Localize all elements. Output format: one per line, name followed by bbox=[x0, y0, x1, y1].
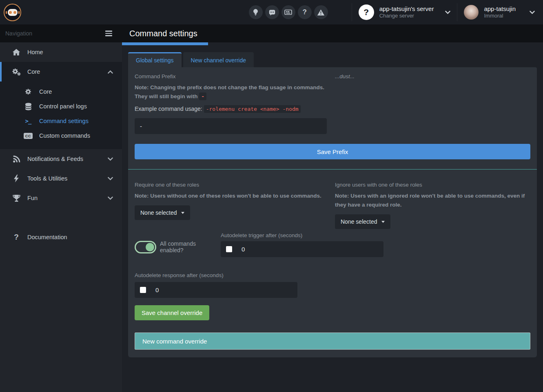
tab-global-settings[interactable]: Global settings bbox=[128, 52, 182, 67]
tab-new-channel-override[interactable]: New channel override bbox=[183, 52, 254, 67]
tab-bar: Global settings New channel override bbox=[128, 52, 537, 67]
chevron-down-icon bbox=[445, 11, 450, 14]
content-area: Global settings New channel override Com… bbox=[122, 42, 543, 392]
discord-icon[interactable] bbox=[265, 5, 279, 19]
all-commands-toggle[interactable] bbox=[135, 241, 156, 253]
autodelete-response-checkbox[interactable] bbox=[140, 287, 146, 293]
topbar-icon-group: ? bbox=[249, 5, 328, 19]
prefix-note-line2: They will still begin with - bbox=[135, 92, 327, 101]
chevron-down-icon bbox=[108, 196, 113, 200]
sidebar-item-command-settings[interactable]: >_ Command settings bbox=[0, 114, 122, 128]
sidebar-item-fun[interactable]: Fun bbox=[0, 188, 122, 208]
page-title: Command settings bbox=[129, 29, 197, 38]
autodelete-response-value: 0 bbox=[155, 286, 159, 293]
rss-icon bbox=[11, 155, 21, 163]
bot-logo[interactable] bbox=[4, 4, 21, 21]
chevron-down-icon bbox=[108, 177, 113, 181]
autodelete-response-label: Autodelete response after (seconds) bbox=[135, 272, 530, 278]
prefix-input[interactable] bbox=[135, 118, 327, 134]
bolt-icon bbox=[11, 174, 21, 183]
gears-icon bbox=[11, 67, 21, 76]
ignore-roles-note: Note: Users with an ignored role won't b… bbox=[335, 192, 530, 209]
autodelete-trigger-label: Autodelete trigger after (seconds) bbox=[221, 232, 383, 238]
help-icon[interactable]: ? bbox=[298, 5, 312, 19]
caret-down-icon bbox=[381, 221, 385, 223]
require-roles-label: Require one of these roles bbox=[135, 182, 327, 188]
robot-face-icon bbox=[8, 9, 18, 16]
sidebar-item-notifications-feeds[interactable]: Notifications & Feeds bbox=[0, 149, 122, 169]
home-icon bbox=[11, 48, 21, 56]
sidebar-item-documentation[interactable]: ? Documentation bbox=[0, 227, 122, 247]
change-server-label: Change server bbox=[379, 13, 434, 19]
active-section-indicator bbox=[122, 42, 208, 45]
sidebar: Home bbox=[0, 42, 122, 392]
server-icon: ? bbox=[359, 4, 374, 20]
user-menu[interactable]: app-tatsujin Immoral bbox=[457, 0, 543, 24]
chevron-up-icon bbox=[108, 70, 113, 74]
autodelete-trigger-field[interactable]: 0 bbox=[221, 241, 383, 257]
caret-down-icon bbox=[181, 212, 184, 214]
sidebar-item-core-settings[interactable]: Core bbox=[0, 84, 122, 99]
gear-icon bbox=[23, 88, 33, 96]
user-name: app-tatsujin bbox=[484, 5, 516, 13]
autodelete-trigger-value: 0 bbox=[242, 246, 245, 253]
prefix-code-chip: - bbox=[199, 92, 206, 100]
question-icon: ? bbox=[11, 233, 21, 242]
terminal-icon: >_ bbox=[23, 118, 33, 124]
sidebar-item-control-panel-logs[interactable]: Control panel logs bbox=[0, 99, 122, 114]
lightbulb-icon[interactable] bbox=[249, 5, 263, 19]
autodelete-response-field[interactable]: 0 bbox=[135, 282, 297, 298]
section-divider bbox=[128, 169, 537, 170]
sidebar-item-tools-utilities[interactable]: Tools & Utilities bbox=[0, 169, 122, 188]
example-code-chip: -rolemenu create <name> -nodm bbox=[204, 105, 301, 113]
keyboard-icon[interactable] bbox=[281, 5, 295, 19]
sidebar-item-home[interactable]: Home bbox=[0, 42, 122, 62]
sidebar-item-core[interactable]: Core bbox=[0, 62, 122, 81]
trophy-icon bbox=[11, 194, 21, 202]
autodelete-trigger-checkbox[interactable] bbox=[226, 246, 232, 252]
new-command-override-button[interactable]: New command override bbox=[135, 333, 530, 350]
all-commands-label: All commands enabled? bbox=[160, 240, 221, 253]
warning-icon[interactable] bbox=[314, 5, 328, 19]
require-roles-note: Note: Users without one of these roles w… bbox=[135, 192, 327, 200]
require-roles-dropdown[interactable]: None selected bbox=[135, 205, 190, 220]
sidebar-group-core: Core bbox=[0, 62, 122, 149]
navigation-label: Navigation bbox=[5, 30, 32, 37]
database-icon bbox=[23, 103, 33, 110]
chevron-down-icon bbox=[530, 11, 535, 14]
command-prefix-label: Command Prefix bbox=[135, 73, 327, 79]
command-settings-panel: Command Prefix Note: Changing the prefix… bbox=[128, 67, 537, 357]
example-usage: Example command usage: -rolemenu create … bbox=[135, 106, 327, 112]
server-name: app-tatsujin's server bbox=[379, 5, 434, 13]
sidebar-item-custom-commands[interactable]: CC Custom commands bbox=[0, 128, 122, 143]
cc-badge-icon: CC bbox=[23, 133, 33, 139]
prefix-note-line1: Note: Changing the prefix does not chang… bbox=[135, 83, 327, 92]
toggle-knob bbox=[146, 243, 154, 251]
server-selector[interactable]: ? app-tatsujin's server Change server bbox=[352, 0, 457, 24]
core-submenu: Core Control panel logs >_ Command setti… bbox=[0, 81, 122, 149]
save-channel-override-button[interactable]: Save channel override bbox=[135, 305, 209, 320]
chevron-down-icon bbox=[108, 157, 113, 161]
top-navbar: ? ? app-tatsujin's server Change server … bbox=[0, 0, 543, 24]
secondary-header: Navigation Command settings bbox=[0, 24, 543, 42]
save-prefix-button[interactable]: Save Prefix bbox=[135, 144, 530, 159]
ignore-roles-label: Ignore users with one of these roles bbox=[335, 182, 530, 188]
hamburger-menu-icon[interactable] bbox=[105, 31, 112, 36]
current-prefix-hint: ...dust... bbox=[335, 73, 530, 79]
ignore-roles-dropdown[interactable]: None selected bbox=[335, 214, 390, 229]
user-avatar bbox=[464, 5, 479, 20]
user-subtitle: Immoral bbox=[484, 13, 516, 19]
